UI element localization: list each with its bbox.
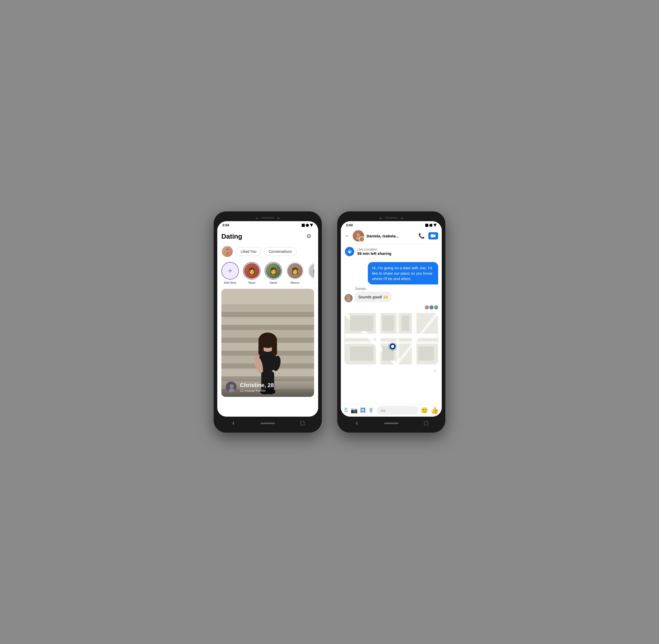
message-sender-name: Daniela — [355, 287, 392, 291]
phone-bottom-2 — [341, 417, 442, 429]
read-receipts — [345, 305, 438, 309]
story-ring-sarah[interactable]: 👩 — [265, 262, 282, 280]
profile-card[interactable]: Christine, 28 12 mutual friends — [221, 289, 314, 397]
svg-marker-34 — [434, 234, 436, 237]
recents-nav-button-1[interactable] — [299, 420, 306, 427]
status-bar-2: 2:04 — [341, 221, 442, 228]
back-button[interactable]: ← — [345, 232, 350, 239]
profile-mutual-friends: 12 mutual friends — [240, 389, 274, 392]
status-bar-1: 2:04 — [217, 221, 318, 228]
avatar-sp: 👩 — [309, 263, 314, 278]
story-taylor[interactable]: 👩 Taylor — [243, 262, 261, 284]
svg-marker-57 — [355, 421, 357, 426]
battery-icon-2 — [434, 224, 437, 227]
plus-icon: + — [228, 267, 232, 274]
receipt-2 — [430, 305, 434, 309]
phone-2: 2:04 ← Daniela, Isabela... — [337, 211, 445, 433]
chat-area: Hi, I'm going on a date with Joe. I'd li… — [341, 259, 442, 404]
svg-marker-29 — [232, 421, 234, 426]
avatar-taylor: 👩 — [244, 263, 260, 278]
svg-rect-44 — [396, 313, 399, 364]
svg-rect-41 — [345, 334, 438, 338]
location-subtitle: 59 min left sharing — [357, 251, 392, 256]
back-nav-button-2[interactable] — [353, 420, 360, 427]
receipt-1 — [425, 305, 429, 309]
dating-content: Dating ⚙ 🧍 Liked You Conversations + Add… — [217, 228, 318, 417]
image-icon[interactable]: 🖼 — [360, 407, 366, 414]
profile-name: Christine, 28 — [240, 382, 274, 389]
received-message-row-1: Daniela Sounds good! 🙌 — [345, 287, 438, 302]
contact-name[interactable]: Daniela, Isabela... — [367, 234, 416, 238]
story-sp[interactable]: 👩 Sp... — [308, 262, 314, 284]
status-time-1: 2:04 — [222, 223, 229, 227]
message-input[interactable]: Aa — [377, 406, 418, 415]
back-nav-button-1[interactable] — [229, 420, 237, 427]
emoji-icon[interactable]: 🙂 — [421, 407, 428, 414]
phone-top-bar-1 — [217, 215, 318, 221]
stories-row: + Add Story 👩 Taylor 👩 Sarah — [221, 261, 314, 286]
like-button[interactable]: 👍 — [431, 406, 439, 414]
home-pill-2[interactable] — [384, 422, 398, 424]
checkmark-icon: ✓ — [433, 368, 437, 374]
svg-rect-58 — [424, 421, 428, 425]
add-story-circle[interactable]: + — [221, 262, 239, 280]
home-pill-1[interactable] — [261, 422, 275, 424]
svg-point-37 — [349, 251, 350, 252]
status-time-2: 2:04 — [346, 223, 353, 227]
profile-bottom-info: Christine, 28 12 mutual friends — [221, 377, 314, 397]
story-label-bianca: Bianca — [291, 281, 300, 284]
sent-message-1: Hi, I'm going on a date with Joe. I'd li… — [368, 262, 438, 284]
speaker-1 — [261, 217, 274, 218]
phone-1: 2:04 Dating ⚙ 🧍 Liked You Conversations — [214, 211, 322, 433]
phone-screen-2: 2:04 ← Daniela, Isabela... — [341, 221, 442, 417]
avatar-bianca: 👩 — [287, 263, 303, 278]
call-button[interactable]: 📞 — [418, 233, 425, 239]
profile-text-block: Christine, 28 12 mutual friends — [240, 382, 274, 392]
live-location-banner[interactable]: Live Location 59 min left sharing — [341, 244, 442, 259]
receipt-3 — [434, 305, 438, 309]
user-avatar-small[interactable]: 🧍 — [221, 246, 233, 257]
tab-liked-you[interactable]: Liked You — [236, 247, 261, 256]
signal-icon — [302, 224, 305, 227]
location-title: Live Location — [357, 247, 392, 251]
grid-icon[interactable]: ⠿ — [344, 407, 348, 414]
phone-top-bar-2 — [341, 215, 442, 221]
svg-rect-49 — [382, 316, 394, 331]
avatar-sarah: 👩 — [266, 263, 281, 278]
recents-nav-button-2[interactable] — [422, 420, 430, 427]
svg-point-31 — [356, 233, 360, 237]
svg-rect-50 — [401, 316, 409, 331]
camera-input-icon[interactable]: 📷 — [351, 407, 357, 414]
settings-button[interactable]: ⚙ — [304, 231, 314, 242]
tab-conversations[interactable]: Conversations — [264, 247, 297, 256]
speaker-2 — [385, 217, 398, 218]
svg-point-56 — [391, 345, 394, 348]
story-bianca[interactable]: 👩 Bianca — [286, 262, 304, 284]
front-sensor-1 — [277, 217, 280, 220]
story-sarah[interactable]: 👩 Sarah — [265, 262, 282, 284]
story-ring-sp[interactable]: 👩 — [308, 262, 314, 280]
svg-point-39 — [347, 299, 351, 301]
video-call-button[interactable] — [429, 232, 438, 239]
status-icons-2 — [425, 224, 437, 227]
input-placeholder: Aa — [381, 408, 386, 413]
front-camera-2 — [379, 217, 382, 220]
svg-rect-2 — [221, 317, 314, 325]
input-bar: ⠿ 📷 🖼 🎙 Aa 🙂 👍 — [341, 404, 442, 417]
battery-icon — [310, 224, 313, 227]
front-camera-1 — [256, 217, 258, 220]
mic-icon[interactable]: 🎙 — [368, 407, 374, 414]
front-sensor-2 — [401, 217, 403, 220]
story-label-sp: Sp... — [314, 281, 314, 284]
story-add[interactable]: + Add Story — [221, 262, 239, 284]
received-message-1: Sounds good! 🙌 — [355, 292, 392, 302]
svg-point-38 — [347, 296, 350, 299]
wifi-icon — [306, 224, 309, 227]
group-avatar[interactable] — [353, 230, 364, 242]
location-icon — [345, 247, 354, 256]
map-container[interactable] — [345, 313, 438, 364]
story-ring-taylor[interactable]: 👩 — [243, 262, 261, 280]
svg-rect-30 — [301, 421, 304, 425]
phone-bottom-1 — [217, 417, 318, 429]
story-ring-bianca[interactable]: 👩 — [286, 262, 304, 280]
